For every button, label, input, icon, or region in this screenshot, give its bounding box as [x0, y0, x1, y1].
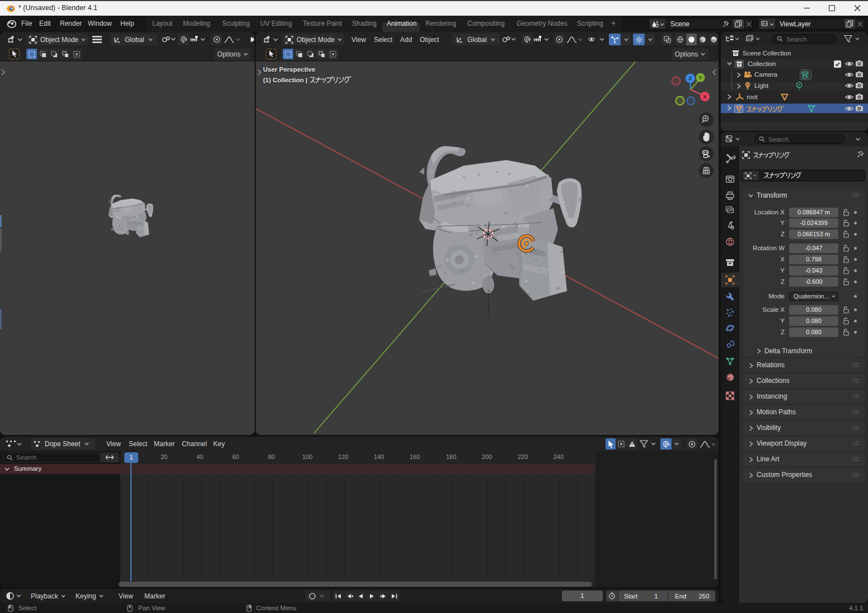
svg-text:X: X: [703, 93, 707, 100]
svg-text:Z: Z: [689, 75, 692, 81]
svg-text:Y: Y: [698, 74, 702, 81]
